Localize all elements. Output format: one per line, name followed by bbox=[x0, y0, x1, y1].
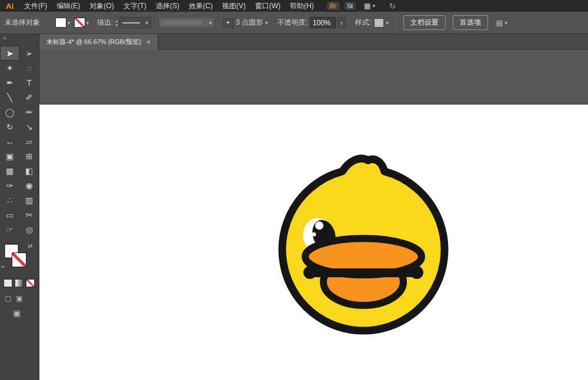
spinner-down-icon[interactable]: ▾ bbox=[115, 23, 118, 27]
graphic-style-dropdown[interactable]: ▾ bbox=[374, 18, 389, 28]
document-tab[interactable]: 未标题-4* @ 66.67% (RGB/预览) × bbox=[39, 34, 158, 50]
panel-icon[interactable]: ▤ bbox=[496, 19, 503, 27]
chevron-down-icon[interactable]: ▾ bbox=[265, 20, 268, 26]
close-icon[interactable]: × bbox=[146, 38, 151, 46]
duck-eye-highlight bbox=[315, 221, 323, 230]
fill-color-dropdown[interactable]: ▾ bbox=[55, 18, 71, 28]
line-segment-tool[interactable]: ╲ bbox=[0, 90, 19, 105]
divider bbox=[396, 16, 396, 30]
brush-definition-dropdown[interactable]: • 3 点圆形 ▾ bbox=[223, 18, 268, 28]
column-graph-tool[interactable]: ▥ bbox=[19, 193, 39, 207]
eyedropper-tool[interactable]: ✑ bbox=[0, 178, 19, 193]
free-transform-tool[interactable]: ▱ bbox=[19, 134, 39, 149]
drawing-mode-buttons: ▢ ▣ bbox=[5, 294, 39, 302]
fill-swatch[interactable] bbox=[55, 18, 66, 28]
document-tab-title: 未标题-4* @ 66.67% (RGB/预览) bbox=[46, 38, 141, 46]
document-tab-bar: 未标题-4* @ 66.67% (RGB/预览) × bbox=[39, 34, 588, 50]
rotate-tool[interactable]: ↻ bbox=[0, 119, 19, 134]
control-panel-menu[interactable]: ▤ ▾ bbox=[496, 19, 507, 27]
menu-item-file[interactable]: 文件(F) bbox=[19, 0, 52, 12]
workspace-grid-icon[interactable]: ▦ bbox=[364, 2, 370, 10]
document-setup-button[interactable]: 文档设置 bbox=[403, 15, 446, 30]
stroke-swatch[interactable] bbox=[74, 18, 85, 28]
collapse-panel-button[interactable]: « bbox=[0, 34, 39, 42]
draw-behind-icon[interactable]: ▣ bbox=[16, 294, 22, 302]
menu-bar: Ai 文件(F) 编辑(E) 对象(O) 文字(T) 选择(S) 效果(C) 视… bbox=[0, 0, 588, 12]
menu-item-window[interactable]: 窗口(W) bbox=[250, 0, 285, 12]
width-profile-sample bbox=[161, 21, 202, 25]
chevron-down-icon[interactable]: ▾ bbox=[372, 3, 375, 9]
color-button[interactable] bbox=[4, 279, 12, 287]
shape-builder-tool[interactable]: ▣ bbox=[0, 149, 19, 163]
zoom-tool[interactable]: ◎ bbox=[19, 222, 39, 237]
opacity-input[interactable] bbox=[310, 17, 336, 28]
screen-mode-button[interactable]: ▣ bbox=[13, 308, 39, 318]
symbol-sprayer-tool[interactable]: ∴ bbox=[0, 193, 19, 207]
brush-name: 3 点圆形 bbox=[236, 18, 263, 28]
slice-tool[interactable]: ✂ bbox=[19, 207, 39, 222]
duck-mouth-line bbox=[311, 268, 416, 277]
type-tool[interactable]: T bbox=[19, 75, 39, 90]
stroke-weight-label: 描边: bbox=[97, 18, 113, 28]
chevron-down-icon[interactable]: ▾ bbox=[86, 20, 89, 26]
lasso-tool[interactable]: ◌ bbox=[19, 60, 39, 75]
gradient-button[interactable] bbox=[15, 279, 24, 287]
chevron-down-icon[interactable]: ▾ bbox=[386, 20, 389, 26]
preferences-button[interactable]: 首选项 bbox=[453, 15, 488, 30]
paintbrush-tool[interactable]: ✐ bbox=[19, 90, 39, 105]
variable-width-dropdown[interactable]: ▾ bbox=[158, 17, 215, 28]
gradient-tool[interactable]: ◧ bbox=[19, 163, 39, 178]
paint-mode-buttons bbox=[4, 279, 39, 287]
tools-panel: « ➤ ➢ ✶ ◌ ✒ T ╲ ✐ ◯ ✏ ↻ ↘ ↔ ▱ ▣ ⊞ ▦ ◧ ✑ … bbox=[0, 34, 39, 380]
width-tool[interactable]: ↔ bbox=[0, 134, 19, 149]
draw-normal-icon[interactable]: ▢ bbox=[5, 294, 11, 302]
pen-tool[interactable]: ✒ bbox=[0, 75, 19, 90]
pencil-tool[interactable]: ✏ bbox=[19, 105, 39, 119]
direct-selection-tool[interactable]: ➢ bbox=[19, 46, 39, 60]
stroke-weight-dropdown[interactable]: ▾ bbox=[119, 17, 151, 28]
style-swatch[interactable] bbox=[374, 18, 384, 28]
stroke-weight-stepper[interactable]: ▴ ▾ bbox=[115, 19, 118, 27]
chevron-down-icon[interactable]: ▾ bbox=[145, 20, 148, 26]
artboard-tool[interactable]: ▭ bbox=[0, 207, 19, 222]
stroke-weight-sample bbox=[122, 22, 140, 23]
stroke-color-dropdown[interactable]: ▾ bbox=[74, 18, 89, 28]
mesh-tool[interactable]: ▦ bbox=[0, 163, 19, 178]
none-button[interactable] bbox=[26, 279, 35, 287]
perspective-grid-tool[interactable]: ⊞ bbox=[19, 149, 39, 163]
ellipse-tool[interactable]: ◯ bbox=[0, 105, 19, 119]
swap-fill-stroke-icon[interactable]: ⇄ bbox=[28, 243, 32, 249]
canvas-area[interactable] bbox=[39, 50, 588, 380]
duck-artwork[interactable] bbox=[39, 50, 588, 380]
spinner-up-icon[interactable]: ▴ bbox=[115, 19, 118, 23]
menu-item-effect[interactable]: 效果(C) bbox=[184, 0, 218, 12]
scale-tool[interactable]: ↘ bbox=[19, 119, 39, 134]
duck-eye-highlight-small bbox=[312, 233, 316, 237]
app-logo: Ai bbox=[0, 2, 19, 11]
brush-preview-icon: • bbox=[223, 18, 233, 28]
menu-item-help[interactable]: 帮助(H) bbox=[285, 0, 319, 12]
tool-grid: ➤ ➢ ✶ ◌ ✒ T ╲ ✐ ◯ ✏ ↻ ↘ ↔ ▱ ▣ ⊞ ▦ ◧ ✑ ◉ … bbox=[0, 46, 39, 237]
menu-item-select[interactable]: 选择(S) bbox=[151, 0, 184, 12]
opacity-expand-button[interactable]: › bbox=[338, 17, 346, 28]
stock-badge[interactable]: St bbox=[344, 2, 356, 10]
opacity-label: 不透明度: bbox=[277, 18, 307, 28]
menu-item-view[interactable]: 视图(V) bbox=[218, 0, 250, 12]
chevron-down-icon[interactable]: ▾ bbox=[209, 20, 212, 26]
chevron-down-icon[interactable]: ▾ bbox=[68, 20, 71, 26]
hand-tool[interactable]: ☞ bbox=[0, 222, 19, 237]
menu-item-object[interactable]: 对象(O) bbox=[85, 0, 118, 12]
blend-tool[interactable]: ◉ bbox=[19, 178, 39, 193]
sync-icon[interactable]: ↻ bbox=[389, 2, 396, 11]
chevron-down-icon[interactable]: ▾ bbox=[505, 20, 507, 26]
default-fill-stroke-icon[interactable]: ▪▫ bbox=[1, 264, 5, 270]
selection-tool[interactable]: ➤ bbox=[0, 46, 19, 60]
bridge-badge[interactable]: Br bbox=[327, 2, 339, 10]
duck-mouth-corner-left bbox=[303, 266, 316, 279]
magic-wand-tool[interactable]: ✶ bbox=[0, 60, 19, 75]
menu-item-type[interactable]: 文字(T) bbox=[119, 0, 151, 12]
stroke-color-swatch[interactable] bbox=[12, 253, 26, 267]
fill-stroke-widget: ⇄ ▪▫ bbox=[0, 243, 39, 277]
menu-item-edit[interactable]: 编辑(E) bbox=[52, 0, 85, 12]
duck-mouth-corner-right bbox=[410, 266, 423, 279]
